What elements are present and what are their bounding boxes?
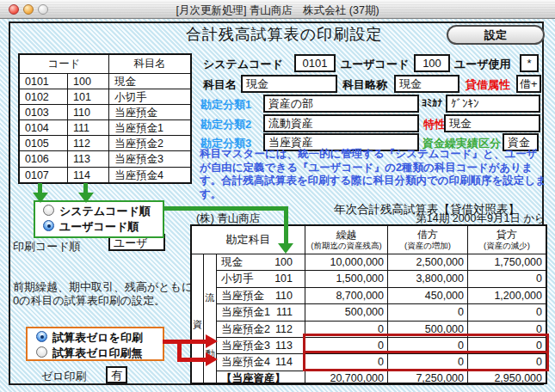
account-code: 113 xyxy=(275,338,293,353)
kana-label: ﾖﾐｶﾅ xyxy=(422,97,442,109)
code-cell-name: 当座預金2 xyxy=(108,135,190,150)
class1-label: 勘定分類1 xyxy=(200,97,251,113)
code-table-header-name: 科目名 xyxy=(108,55,190,73)
tokusei-field[interactable]: 現金 xyxy=(444,114,540,132)
right-arrow-icon xyxy=(206,352,218,366)
category-char-shi: 資 xyxy=(192,318,203,331)
report-total-credit: 2,950,000 xyxy=(467,371,546,385)
code-cell-sys: 0104 xyxy=(20,119,67,135)
report-header-credit: 貸方 (資産の減少) xyxy=(467,226,546,254)
report-row-name: 当座預金2112 xyxy=(216,321,305,337)
report-cell-carry: 500,000 xyxy=(305,303,387,320)
report-row-name: 当座預金1111 xyxy=(216,303,305,320)
debit-credit-attr-field[interactable]: 借+ xyxy=(516,75,541,93)
radio-no-print-zero[interactable] xyxy=(36,346,47,358)
report-header-carry-sub: (前期迄の資産残高) xyxy=(311,241,382,250)
code-table: コード 科目名 0101 100 現金 0102 101 小切手 0103 11… xyxy=(18,53,192,184)
zero-print-value: 有 xyxy=(106,366,127,383)
green-connector-vertical xyxy=(284,206,288,244)
user-code-label: ユーザコード xyxy=(341,57,409,72)
red-connector-horizontal-1 xyxy=(163,340,207,344)
code-cell-sys: 0105 xyxy=(20,135,67,150)
radio-system-code-order[interactable] xyxy=(43,205,54,216)
window-title: [月次更新処理] 青山商店 株式会社 (37期) xyxy=(0,3,555,18)
report-row-name: 当座預金3113 xyxy=(216,337,305,353)
radio-user-code-order-label[interactable]: ユーザコード順 xyxy=(59,219,139,235)
system-code-label: システムコード xyxy=(203,57,283,72)
report-total-carry: 20,700,000 xyxy=(305,371,387,385)
code-cell-name: 現金 xyxy=(108,73,190,89)
code-cell-name: 当座預金3 xyxy=(108,150,190,166)
screen: { "window": { "title": "[月次更新処理] 青山商店 株式… xyxy=(0,0,555,392)
code-cell-user: 113 xyxy=(67,150,108,166)
report-cell-debit: 450,000 xyxy=(387,287,467,303)
red-connector-horizontal-2 xyxy=(177,358,207,362)
debit-credit-attr-label: 貸借属性 xyxy=(466,77,510,93)
zero-print-label: ゼロ印刷 xyxy=(41,369,87,384)
user-code-field[interactable]: 100 xyxy=(414,54,450,72)
zoom-window-button[interactable] xyxy=(38,4,48,15)
kana-field[interactable]: ｹﾞﾝｷﾝ xyxy=(446,95,540,113)
account-code: 114 xyxy=(275,354,293,370)
report-cell-credit: 1,200,000 xyxy=(467,287,546,303)
radio-no-print-zero-label[interactable]: 試算表ゼロ印刷無 xyxy=(52,346,143,361)
report-cell-debit: 2,500,000 xyxy=(387,254,467,270)
account-name: 当座預金2 xyxy=(221,322,270,337)
report-cell-debit: 0 xyxy=(387,303,467,320)
code-cell-name: 当座預金 xyxy=(108,104,190,119)
account-name: 当座預金4 xyxy=(221,354,270,370)
code-cell-name: 小切手 xyxy=(108,89,190,104)
short-name-label: 科目略称 xyxy=(342,77,387,93)
user-use-field[interactable]: * xyxy=(520,54,539,72)
report-row-name: 現金100 xyxy=(216,254,305,270)
class1-field[interactable]: 資産の部 xyxy=(263,95,419,113)
account-code: 101 xyxy=(274,271,293,286)
short-name-field[interactable]: 現金 xyxy=(394,75,459,93)
code-cell-name: 当座預金4 xyxy=(108,167,190,182)
report-cell-carry: 10,000,000 xyxy=(305,254,387,270)
user-use-label: ユーザ使用 xyxy=(454,57,511,72)
class2-label: 勘定分類2 xyxy=(200,117,251,132)
code-cell-sys: 0102 xyxy=(20,89,67,104)
close-window-button[interactable] xyxy=(9,4,19,15)
report-row-name: 小切手101 xyxy=(216,270,305,286)
account-code: 100 xyxy=(274,254,293,270)
minimize-window-button[interactable] xyxy=(23,4,34,15)
report-cell-debit: 3,800,000 xyxy=(387,270,467,286)
print-order-label: 印刷コード順 xyxy=(13,239,81,254)
report-row-name: 当座預金110 xyxy=(216,287,305,303)
code-table-header-code: コード xyxy=(20,55,108,73)
report-row-name: 当座預金4114 xyxy=(216,353,305,370)
report-header-credit-sub: (資産の減少) xyxy=(484,241,530,250)
code-cell-user: 101 xyxy=(67,89,108,104)
report-header-carry: 繰越 (前期迄の資産残高) xyxy=(305,226,387,254)
code-cell-sys: 0101 xyxy=(20,73,67,89)
report-cell-carry: 1,500,000 xyxy=(305,270,387,286)
report-cell-credit: 1,750,000 xyxy=(467,254,546,270)
radio-system-code-order-label[interactable]: システムコード順 xyxy=(59,204,151,219)
radio-print-zero[interactable] xyxy=(36,331,47,342)
report-header-debit-main: 借方 xyxy=(417,230,438,241)
radio-print-zero-label[interactable]: 試算表ゼロを印刷 xyxy=(52,330,143,346)
account-name: 当座預金3 xyxy=(221,338,270,353)
account-name-field[interactable]: 現金 xyxy=(241,75,337,93)
account-code: 110 xyxy=(275,288,293,303)
account-name: 当座預金1 xyxy=(221,304,270,320)
code-cell-user: 114 xyxy=(67,167,108,182)
settings-button[interactable]: 設定 xyxy=(447,25,545,45)
tokusei-label: 特性 xyxy=(423,117,446,132)
code-cell-sys: 0106 xyxy=(20,150,67,166)
code-cell-user: 112 xyxy=(67,135,108,150)
report-cell-carry: 8,700,000 xyxy=(305,287,387,303)
class2-field[interactable]: 流動資産 xyxy=(263,114,419,132)
report-header-carry-main: 繰越 xyxy=(336,230,357,241)
down-arrow-icon xyxy=(33,193,48,203)
report-header-debit-sub: (資産の増加) xyxy=(404,241,451,250)
radio-user-code-order[interactable] xyxy=(43,220,54,231)
account-name: 小切手 xyxy=(221,271,254,286)
green-connector-horizontal xyxy=(164,206,288,211)
report-cell-credit: 0 xyxy=(467,270,546,286)
down-arrow-icon xyxy=(278,243,293,254)
report-header-debit: 借方 (資産の増加) xyxy=(387,226,467,254)
system-code-field[interactable]: 0101 xyxy=(294,54,336,72)
